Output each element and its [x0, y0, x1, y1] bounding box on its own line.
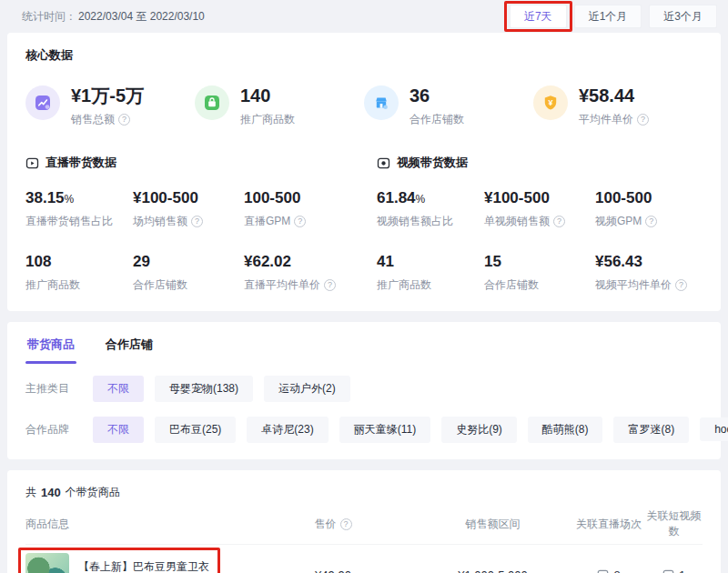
metric-label-text: 推广商品数 [240, 112, 295, 127]
summary-prefix: 共 [25, 485, 36, 500]
chip-brand-litianyongyuan[interactable]: 丽天童缘(11) [339, 417, 430, 443]
video-camera-icon [377, 156, 390, 170]
submetric-label: 推广商品数 [25, 277, 133, 293]
live-metrics-row-2: 108 推广商品数 29 合作店铺数 ¥62.02 直播平均件单价 [25, 253, 351, 293]
video-section-title: 视频带货数据 [397, 155, 468, 171]
chip-brand-hoo[interactable]: hoo(6) [700, 417, 728, 441]
stat-time: 统计时间：2022/03/04 至 2022/03/10 [22, 9, 205, 25]
column-header-live-sessions: 关联直播场次 [572, 517, 645, 532]
header-text: 售价 [315, 517, 337, 532]
filters-card: 带货商品 合作店铺 主推类目 不限 母婴宠物(138) 运动户外(2) 合作品牌… [7, 322, 721, 459]
submetric-label: 场均销售额 [133, 214, 244, 229]
metric-avg-unit-price: ¥ ¥58.44 平均件单价 [533, 85, 703, 127]
value-number: 61.84 [377, 189, 416, 206]
label-text: 视频平均件单价 [595, 277, 672, 293]
submetric-value: 100-500 [595, 189, 703, 207]
submetric: 108 推广商品数 [25, 253, 133, 293]
submetric-label: 直播平均件单价 [244, 277, 351, 293]
product-info-cell[interactable]: 【春上新】巴布豆男童卫衣 春秋款运动宽松炸街儿童上... [25, 553, 253, 573]
live-metrics-row-1: 38.15% 直播带货销售占比 ¥100-500 场均销售额 100-500 直… [25, 189, 351, 229]
svg-text:¥: ¥ [548, 98, 552, 107]
help-icon[interactable] [553, 216, 565, 227]
help-icon[interactable] [340, 518, 352, 530]
metric-text: ¥1万-5万 销售总额 [71, 85, 144, 127]
metric-label: 合作店铺数 [410, 112, 464, 127]
submetric: ¥100-500 单视频销售额 [484, 189, 595, 229]
label-text: 视频GPM [595, 214, 642, 229]
stat-time-label: 统计时间： [22, 10, 76, 23]
metric-value: 140 [240, 85, 295, 106]
value-unit: % [416, 193, 426, 206]
submetric-value: 108 [25, 253, 133, 271]
price-cell: ¥49.90 [253, 568, 413, 573]
submetric: ¥100-500 场均销售额 [133, 189, 244, 229]
column-header-product-info: 商品信息 [25, 517, 253, 532]
stat-date-range: 2022/03/04 至 2022/03/10 [78, 10, 205, 23]
label-text: 场均销售额 [133, 214, 187, 229]
short-videos-cell: 1 [645, 568, 703, 573]
table-row[interactable]: 【春上新】巴布豆男童卫衣 春秋款运动宽松炸街儿童上... ¥49.90 ¥1,0… [25, 544, 703, 573]
chip-brand-all[interactable]: 不限 [93, 417, 144, 443]
submetric-label: 视频销售额占比 [377, 214, 484, 229]
submetric: 41 推广商品数 [377, 253, 484, 293]
metric-label: 平均件单价 [579, 112, 649, 127]
live-section-header: 直播带货数据 [25, 155, 351, 171]
submetric-value: 38.15% [25, 189, 133, 207]
tabs: 带货商品 合作店铺 [25, 326, 703, 364]
tab-shops[interactable]: 合作店铺 [104, 326, 155, 364]
submetric: 100-500 直播GPM [244, 189, 351, 229]
chip-category-baby-pets[interactable]: 母婴宠物(138) [155, 376, 253, 402]
range-button-1m[interactable]: 近1个月 [574, 5, 642, 28]
metric-text: 140 推广商品数 [240, 85, 295, 127]
help-icon[interactable] [191, 216, 203, 227]
chip-brand-babudou[interactable]: 巴布豆(25) [155, 417, 236, 443]
products-count-summary: 共 140 个带货商品 [25, 485, 703, 500]
range-button-3m[interactable]: 近3个月 [649, 5, 717, 28]
submetric-value: 61.84% [377, 189, 484, 207]
help-icon[interactable] [118, 114, 130, 126]
overview-card: 核心数据 ¥1万-5万 销售总额 140 [7, 33, 721, 311]
submetric-value: ¥100-500 [133, 189, 244, 207]
live-video-split: 直播带货数据 38.15% 直播带货销售占比 ¥100-500 场均销售额 10… [25, 155, 703, 297]
submetric-value: ¥62.02 [244, 253, 351, 271]
help-icon[interactable] [675, 279, 687, 291]
help-icon[interactable] [637, 114, 649, 126]
metric-label-text: 销售总额 [71, 112, 115, 127]
help-icon[interactable] [294, 216, 306, 227]
column-header-short-videos: 关联短视频数 [645, 508, 703, 539]
range-button-3m-label: 近3个月 [663, 10, 703, 23]
metric-promoted-products: 140 推广商品数 [195, 85, 364, 127]
submetric-label: 单视频销售额 [484, 214, 595, 229]
chip-brand-fuluomi[interactable]: 富罗迷(8) [613, 417, 689, 443]
live-section-title: 直播带货数据 [46, 155, 116, 171]
summary-suffix: 个带货商品 [66, 485, 120, 500]
submetric: 38.15% 直播带货销售占比 [25, 189, 133, 229]
metric-text: ¥58.44 平均件单价 [579, 85, 649, 127]
chip-category-sports-outdoor[interactable]: 运动户外(2) [264, 376, 350, 402]
product-title[interactable]: 【春上新】巴布豆男童卫衣 春秋款运动宽松炸街儿童上... [78, 558, 218, 573]
metric-value: 36 [410, 85, 464, 106]
filter-row-brand: 合作品牌 不限 巴布豆(25) 卓诗尼(23) 丽天童缘(11) 史努比(9) … [25, 414, 703, 445]
submetric-value: ¥56.43 [595, 253, 703, 271]
core-data-title: 核心数据 [25, 47, 703, 64]
submetric-label: 合作店铺数 [484, 277, 595, 293]
help-icon[interactable] [645, 216, 657, 227]
submetric-value: ¥100-500 [484, 189, 595, 207]
metric-total-sales: ¥1万-5万 销售总额 [25, 85, 195, 127]
metric-label: 销售总额 [71, 112, 144, 127]
chip-brand-kumengxiong[interactable]: 酷萌熊(8) [528, 417, 603, 443]
tab-products[interactable]: 带货商品 [25, 326, 76, 364]
product-image[interactable] [25, 553, 69, 573]
submetric-value: 100-500 [244, 189, 351, 207]
range-button-7d[interactable]: 近7天 [510, 5, 567, 28]
value-unit: % [65, 193, 75, 206]
metric-value: ¥58.44 [579, 85, 649, 106]
chip-category-all[interactable]: 不限 [93, 376, 144, 402]
submetric-label: 直播带货销售占比 [25, 214, 133, 229]
metric-value: ¥1万-5万 [71, 85, 144, 106]
chip-brand-zhuoshini[interactable]: 卓诗尼(23) [247, 417, 328, 443]
help-icon[interactable] [324, 279, 336, 291]
live-sessions-cell: 8 [572, 568, 645, 573]
chip-brand-snoopy[interactable]: 史努比(9) [441, 417, 517, 443]
submetric: 100-500 视频GPM [595, 189, 703, 229]
